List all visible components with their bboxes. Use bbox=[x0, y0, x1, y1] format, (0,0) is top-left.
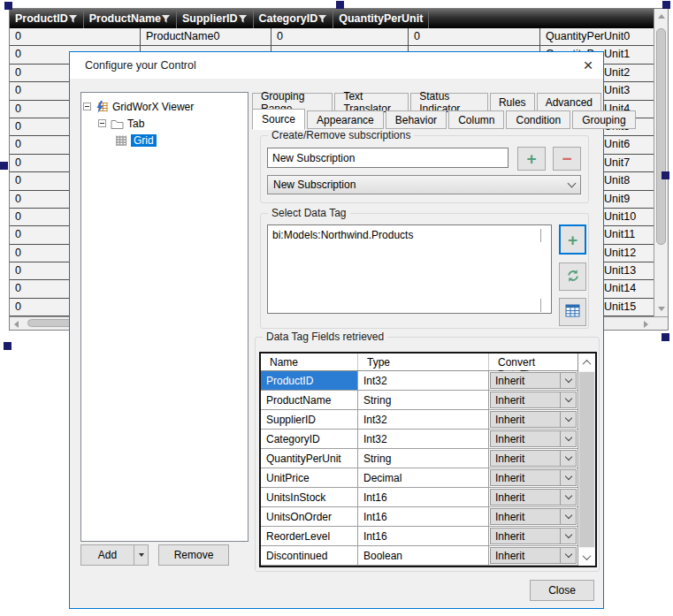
selection-handle-top-mid[interactable] bbox=[336, 1, 344, 9]
tab[interactable]: Source bbox=[252, 109, 305, 130]
selection-handle-bottom-left[interactable] bbox=[4, 342, 11, 350]
subscription-select[interactable]: New Subscription bbox=[267, 175, 581, 194]
table-row[interactable]: CategoryID Int32 Inherit bbox=[261, 430, 577, 449]
add-button[interactable]: Add bbox=[80, 544, 134, 566]
convert-datetime-select[interactable]: Inherit bbox=[490, 411, 577, 428]
filter-funnel-icon[interactable] bbox=[161, 14, 171, 24]
fields-scrollbar-thumb[interactable] bbox=[579, 372, 594, 547]
convert-datetime-select[interactable]: Inherit bbox=[490, 547, 577, 564]
scroll-left-icon[interactable] bbox=[14, 321, 19, 328]
remove-button[interactable]: Remove bbox=[158, 544, 229, 566]
tab[interactable]: Column bbox=[448, 110, 504, 129]
filter-funnel-icon[interactable] bbox=[68, 14, 78, 24]
scroll-up-icon[interactable] bbox=[540, 230, 548, 238]
grid-column-header[interactable]: QuantityPerUnit bbox=[333, 9, 429, 28]
grid-column-header[interactable]: SupplierID bbox=[177, 9, 254, 28]
convert-datetime-select[interactable]: Inherit bbox=[490, 469, 577, 486]
scroll-down-icon[interactable] bbox=[540, 299, 548, 307]
selection-handle-mid-right[interactable] bbox=[662, 171, 669, 179]
convert-datetime-select[interactable]: Inherit bbox=[490, 450, 577, 467]
grid-vertical-scrollbar[interactable] bbox=[654, 9, 668, 316]
dropdown-button[interactable] bbox=[560, 470, 576, 485]
data-table-icon bbox=[565, 304, 580, 320]
dropdown-button[interactable] bbox=[560, 373, 576, 388]
table-row[interactable]: SupplierID Int32 Inherit bbox=[261, 410, 577, 430]
tab[interactable]: Advanced bbox=[537, 93, 601, 110]
grid-column-label: CategoryID bbox=[259, 12, 318, 25]
close-icon[interactable]: × bbox=[573, 53, 603, 78]
tree-item-grid[interactable]: Grid bbox=[83, 132, 246, 148]
tab[interactable]: Status Indicator bbox=[410, 93, 488, 110]
dialog-titlebar[interactable]: Configure your Control × bbox=[70, 52, 603, 79]
convert-datetime-value: Inherit bbox=[491, 394, 524, 407]
vertical-scrollbar-thumb[interactable] bbox=[656, 28, 666, 245]
table-row[interactable]: QuantityPerUnit String Inherit bbox=[261, 449, 577, 468]
convert-datetime-select[interactable]: Inherit bbox=[490, 372, 577, 389]
grid-column-header[interactable]: ProductID bbox=[10, 9, 84, 28]
add-dropdown-button[interactable] bbox=[134, 544, 149, 566]
scroll-up-icon[interactable] bbox=[658, 14, 665, 19]
convert-datetime-select[interactable]: Inherit bbox=[490, 430, 577, 447]
tab[interactable]: Condition bbox=[506, 110, 570, 129]
remove-subscription-button[interactable]: − bbox=[553, 147, 581, 171]
tab[interactable]: Rules bbox=[490, 93, 535, 110]
subscription-name-input[interactable] bbox=[267, 148, 509, 168]
convert-datetime-select[interactable]: Inherit bbox=[490, 392, 577, 408]
tab[interactable]: Appearance bbox=[307, 110, 384, 129]
field-type-cell: String bbox=[358, 449, 489, 468]
collapse-icon[interactable] bbox=[83, 103, 91, 110]
show-table-button[interactable] bbox=[559, 298, 586, 326]
group-label: Create/Remove subscriptions bbox=[268, 129, 414, 141]
tree-item-tab[interactable]: Tab bbox=[83, 115, 246, 132]
tree-item-label: GridWorX Viewer bbox=[112, 101, 194, 113]
refresh-button[interactable] bbox=[559, 262, 586, 291]
tree-item-gridworx-viewer[interactable]: GridWorX Viewer bbox=[83, 98, 246, 115]
table-row[interactable]: UnitsInStock Int16 Inherit bbox=[261, 488, 577, 507]
scroll-up-icon[interactable] bbox=[578, 354, 595, 371]
table-row[interactable]: ProductName String Inherit bbox=[261, 391, 577, 410]
selection-handle-top-right[interactable] bbox=[662, 1, 670, 9]
group-label: Select Data Tag bbox=[268, 207, 350, 219]
dropdown-button[interactable] bbox=[560, 392, 576, 407]
dropdown-button[interactable] bbox=[560, 490, 576, 505]
filter-funnel-icon[interactable] bbox=[317, 14, 327, 24]
dropdown-button[interactable] bbox=[560, 509, 576, 524]
selection-handle-bottom-right[interactable] bbox=[662, 333, 669, 341]
tab[interactable]: Grouping Range bbox=[252, 93, 333, 110]
grid-column-header[interactable]: ProductName bbox=[84, 9, 177, 28]
dropdown-button[interactable] bbox=[560, 451, 576, 466]
convert-datetime-select[interactable]: Inherit bbox=[490, 489, 577, 506]
filter-funnel-icon[interactable] bbox=[238, 14, 248, 24]
grid-column-header[interactable]: CategoryID bbox=[254, 9, 334, 28]
chevron-down-icon bbox=[564, 395, 571, 402]
convert-datetime-select[interactable]: Inherit bbox=[490, 528, 577, 544]
collapse-icon[interactable] bbox=[98, 119, 106, 127]
dropdown-button[interactable] bbox=[560, 548, 576, 563]
table-row[interactable]: ReorderLevel Int16 Inherit bbox=[261, 527, 577, 546]
selection-handle-top-left[interactable] bbox=[4, 2, 12, 10]
convert-datetime-select[interactable]: Inherit bbox=[490, 508, 577, 525]
dropdown-button[interactable] bbox=[560, 431, 576, 446]
dropdown-button[interactable] bbox=[560, 529, 576, 544]
table-row[interactable]: UnitPrice Decimal Inherit bbox=[261, 468, 577, 488]
add-split-button[interactable]: Add bbox=[80, 544, 149, 566]
scroll-down-icon[interactable] bbox=[578, 548, 595, 566]
fields-table-scrollbar[interactable] bbox=[577, 354, 595, 566]
selection-handle-mid-left[interactable] bbox=[0, 162, 8, 170]
table-row[interactable]: ProductID Int32 Inherit bbox=[261, 371, 577, 391]
add-data-tag-button[interactable]: + bbox=[559, 224, 586, 255]
tab[interactable]: Behavior bbox=[386, 110, 447, 129]
dropdown-button[interactable] bbox=[560, 412, 576, 427]
field-type-cell: Int16 bbox=[358, 488, 489, 506]
add-subscription-button[interactable]: + bbox=[517, 147, 546, 171]
table-row[interactable]: Discontinued Boolean Inherit bbox=[261, 546, 577, 566]
field-type-cell: Int16 bbox=[358, 527, 489, 545]
scroll-down-icon[interactable] bbox=[658, 307, 665, 311]
data-tag-textarea[interactable]: bi:Models:Northwind.Products bbox=[267, 224, 552, 314]
tab[interactable]: Grouping bbox=[572, 110, 635, 129]
table-row[interactable]: UnitsOnOrder Int16 Inherit bbox=[261, 507, 577, 527]
close-button[interactable]: Close bbox=[530, 580, 594, 601]
scroll-right-icon[interactable] bbox=[644, 321, 648, 328]
table-row[interactable]: 0 ProductName0 0 0 QuantityPerUnit0 bbox=[10, 28, 654, 46]
tab[interactable]: Text Translator bbox=[334, 93, 409, 110]
